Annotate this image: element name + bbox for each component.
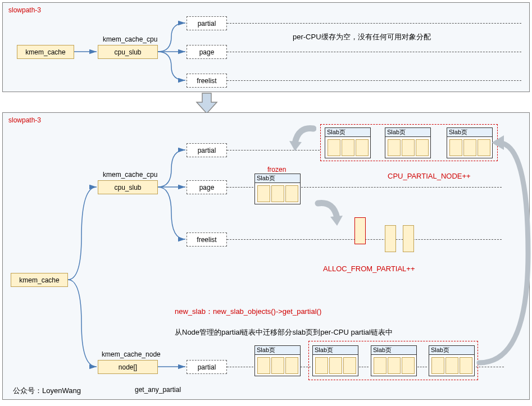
page-label-bot: page xyxy=(199,184,215,191)
new-slab-line: new_slab：new_slab_objects()->get_partial… xyxy=(175,307,321,317)
cpu-slub-label-bot: cpu_slub xyxy=(114,184,141,191)
partial-label-top: partial xyxy=(198,20,216,28)
slab-cell xyxy=(257,185,270,202)
kmem-cache-node-label: kmem_cache_node xyxy=(102,350,161,358)
slab-cell xyxy=(356,139,369,156)
freelist-label-top: freelist xyxy=(197,77,216,85)
slab-cell xyxy=(463,139,476,156)
dash-line xyxy=(227,52,521,52)
curve-arrow-icon xyxy=(315,200,343,230)
partial-box-node: partial xyxy=(187,360,227,374)
partial-label-bot: partial xyxy=(198,147,216,154)
node-migrate-group xyxy=(308,341,478,380)
slab-hdr: Slab页 xyxy=(449,128,467,136)
empty-caption: per-CPU缓存为空，没有任何可用对象分配 xyxy=(293,32,431,42)
dash-line xyxy=(227,187,253,188)
slab-hdr: Slab页 xyxy=(327,128,345,136)
slab-frozen: Slab页 xyxy=(254,174,301,204)
partial-label-node: partial xyxy=(198,363,216,371)
alloc-from-partial: ALLOC_FROM_PARTIAL++ xyxy=(323,264,415,273)
top-panel: slowpath-3 kmem_cache kmem_cache_cpu cpu… xyxy=(2,2,530,92)
slab-cell xyxy=(402,139,415,156)
freelist-box-bot: freelist xyxy=(187,232,227,247)
page-box-bot: page xyxy=(187,180,227,194)
kmem-cache-label-bot: kmem_cache xyxy=(19,276,59,284)
node-arr-box: node[] xyxy=(98,360,158,374)
node-partial-caption: 从Node管理的partial链表中迁移部分slab页到per-CPU part… xyxy=(175,327,393,337)
node-arr-label: node[] xyxy=(119,363,137,371)
slab-n1: Slab页 xyxy=(254,345,301,376)
kmem-cache-box-bot: kmem_cache xyxy=(11,273,68,287)
kmem-cache-label: kmem_cache xyxy=(25,48,65,56)
kmem-cache-cpu-label: kmem_cache_cpu xyxy=(103,35,157,43)
top-title: slowpath-3 xyxy=(8,6,41,14)
dash-line xyxy=(476,367,504,367)
freelist-box-top: freelist xyxy=(187,74,227,88)
get-any-partial: get_any_partial xyxy=(135,386,181,394)
slab-cell xyxy=(257,357,270,374)
slab-cell xyxy=(416,139,429,156)
slab-p1: Slab页 xyxy=(325,127,371,158)
slab-cell xyxy=(342,139,354,156)
cpu-slub-box-bot: cpu_slub xyxy=(98,180,158,194)
dash-line xyxy=(227,367,253,367)
slab-p3: Slab页 xyxy=(447,127,493,158)
kmem-cache-cpu-label-bot: kmem_cache_cpu xyxy=(103,171,157,179)
slab-cell xyxy=(285,185,298,202)
kmem-cache-box: kmem_cache xyxy=(17,45,74,59)
slab-cell xyxy=(449,139,462,156)
slab-hdr: Slab页 xyxy=(387,128,406,136)
slab-cell xyxy=(388,139,401,156)
page-box-top: page xyxy=(187,45,227,59)
cpu-slub-label: cpu_slub xyxy=(114,48,141,56)
page-label-top: page xyxy=(199,48,215,56)
bottom-panel: slowpath-3 kmem_cache kmem_cache_cpu cpu… xyxy=(2,112,530,400)
slab-cell xyxy=(285,357,298,374)
dash-line xyxy=(301,187,502,188)
cpu-partial-node: CPU_PARTIAL_NODE++ xyxy=(388,172,471,180)
dash-line xyxy=(227,80,521,81)
partial-box-bot: partial xyxy=(187,143,227,157)
partial-box-top: partial xyxy=(187,16,227,30)
watermark: 公众号：LoyenWang xyxy=(13,386,81,396)
slab-cell xyxy=(328,139,340,156)
frozen-label: frozen xyxy=(267,166,286,174)
slab-cell xyxy=(271,185,284,202)
slab-p2: Slab页 xyxy=(385,127,431,158)
slab-cell xyxy=(478,139,490,156)
bot-title: slowpath-3 xyxy=(8,116,41,124)
freelist-obj-red xyxy=(354,217,366,244)
slab-hdr: Slab页 xyxy=(257,346,275,354)
freelist-label-bot: freelist xyxy=(197,236,216,244)
curve-arrow-icon xyxy=(288,125,316,155)
cpu-slub-box: cpu_slub xyxy=(98,45,158,59)
down-arrow-icon xyxy=(195,93,218,113)
freelist-obj xyxy=(385,225,396,252)
dash-line xyxy=(227,23,521,24)
slab-cell xyxy=(271,357,284,374)
freelist-obj xyxy=(403,225,414,252)
slab-hdr: Slab页 xyxy=(257,174,275,183)
